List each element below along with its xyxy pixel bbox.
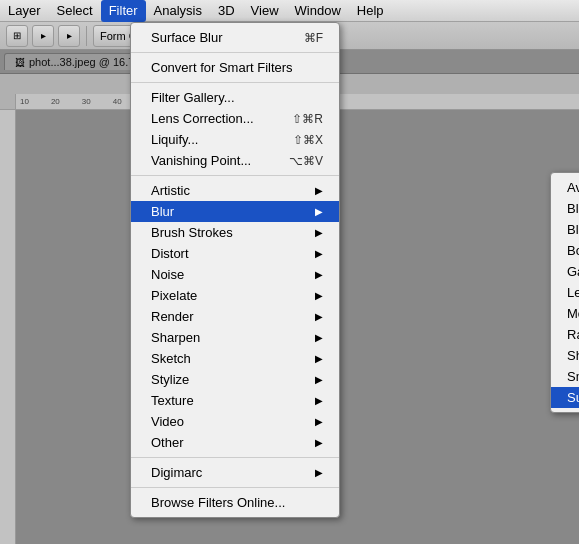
menu-item-select[interactable]: Select (49, 0, 101, 22)
arrow-brush: ▶ (315, 227, 323, 238)
blur-average[interactable]: Average (551, 177, 579, 198)
filter-convert-smart[interactable]: Convert for Smart Filters (131, 57, 339, 78)
shortcut-lens: ⇧⌘R (292, 112, 323, 126)
filter-liquify[interactable]: Liquify... ⇧⌘X (131, 129, 339, 150)
toolbar-button-3[interactable]: ▸ (58, 25, 80, 47)
separator-1 (131, 52, 339, 53)
separator-3 (131, 175, 339, 176)
toolbar-button-2[interactable]: ▸ (32, 25, 54, 47)
blur-smart-blur[interactable]: Smart Blur... (551, 366, 579, 387)
filter-menu: Surface Blur ⌘F Convert for Smart Filter… (130, 22, 340, 518)
filter-vanishing-point[interactable]: Vanishing Point... ⌥⌘V (131, 150, 339, 171)
menu-item-help[interactable]: Help (349, 0, 392, 22)
arrow-sketch: ▶ (315, 353, 323, 364)
filter-artistic[interactable]: Artistic ▶ (131, 180, 339, 201)
separator-4 (131, 457, 339, 458)
blur-gaussian-blur[interactable]: Gaussian Blur... (551, 261, 579, 282)
filter-distort[interactable]: Distort ▶ (131, 243, 339, 264)
blur-surface-blur[interactable]: Surface Blur... (551, 387, 579, 408)
menu-item-analysis[interactable]: Analysis (146, 0, 210, 22)
blur-blur[interactable]: Blur (551, 198, 579, 219)
arrow-sharpen: ▶ (315, 332, 323, 343)
tab-icon: 🖼 (15, 57, 25, 68)
shortcut-liquify: ⇧⌘X (293, 133, 323, 147)
filter-video[interactable]: Video ▶ (131, 411, 339, 432)
ruler-vertical (0, 110, 16, 544)
filter-noise[interactable]: Noise ▶ (131, 264, 339, 285)
arrow-artistic: ▶ (315, 185, 323, 196)
arrow-pixelate: ▶ (315, 290, 323, 301)
filter-brush-strokes[interactable]: Brush Strokes ▶ (131, 222, 339, 243)
filter-sharpen[interactable]: Sharpen ▶ (131, 327, 339, 348)
filter-browse-online[interactable]: Browse Filters Online... (131, 492, 339, 513)
filter-digimarc[interactable]: Digimarc ▶ (131, 462, 339, 483)
shortcut-vanishing: ⌥⌘V (289, 154, 323, 168)
filter-surface-blur-top[interactable]: Surface Blur ⌘F (131, 27, 339, 48)
arrow-texture: ▶ (315, 395, 323, 406)
arrow-other: ▶ (315, 437, 323, 448)
menu-item-filter[interactable]: Filter (101, 0, 146, 22)
filter-other[interactable]: Other ▶ (131, 432, 339, 453)
filter-lens-correction[interactable]: Lens Correction... ⇧⌘R (131, 108, 339, 129)
menu-item-view[interactable]: View (243, 0, 287, 22)
blur-box-blur[interactable]: Box Blur... (551, 240, 579, 261)
filter-sketch[interactable]: Sketch ▶ (131, 348, 339, 369)
blur-lens-blur[interactable]: Lens Blur... (551, 282, 579, 303)
menu-item-3d[interactable]: 3D (210, 0, 243, 22)
filter-blur[interactable]: Blur ▶ (131, 201, 339, 222)
arrow-blur: ▶ (315, 206, 323, 217)
arrow-noise: ▶ (315, 269, 323, 280)
filter-pixelate[interactable]: Pixelate ▶ (131, 285, 339, 306)
menu-item-layer[interactable]: Layer (0, 0, 49, 22)
arrow-digimarc: ▶ (315, 467, 323, 478)
blur-radial-blur[interactable]: Radial Blur... (551, 324, 579, 345)
blur-submenu: Average Blur Blur More Box Blur... Gauss… (550, 172, 579, 413)
shortcut-surface-blur: ⌘F (304, 31, 323, 45)
filter-render[interactable]: Render ▶ (131, 306, 339, 327)
filter-gallery[interactable]: Filter Gallery... (131, 87, 339, 108)
arrow-render: ▶ (315, 311, 323, 322)
blur-motion-blur[interactable]: Motion Blur... (551, 303, 579, 324)
menu-bar: Layer Select Filter Analysis 3D View Win… (0, 0, 579, 22)
toolbar-button-1[interactable]: ⊞ (6, 25, 28, 47)
menu-item-window[interactable]: Window (287, 0, 349, 22)
separator-5 (131, 487, 339, 488)
arrow-stylize: ▶ (315, 374, 323, 385)
filter-texture[interactable]: Texture ▶ (131, 390, 339, 411)
separator-2 (131, 82, 339, 83)
blur-blur-more[interactable]: Blur More (551, 219, 579, 240)
ruler-corner (0, 94, 16, 110)
filter-stylize[interactable]: Stylize ▶ (131, 369, 339, 390)
arrow-distort: ▶ (315, 248, 323, 259)
arrow-video: ▶ (315, 416, 323, 427)
blur-shape-blur[interactable]: Shape Blur... (551, 345, 579, 366)
